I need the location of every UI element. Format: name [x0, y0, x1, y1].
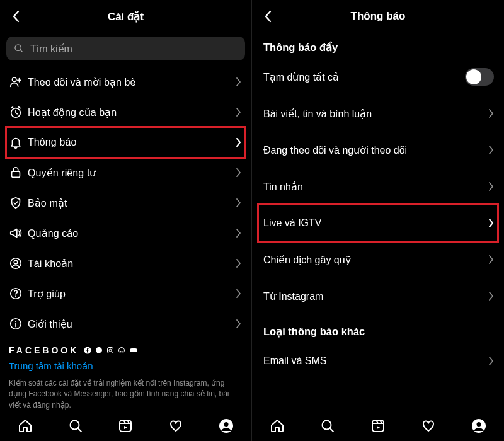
notif-row-following[interactable]: Đang theo dõi và người theo dõi [252, 132, 504, 168]
row-label: Theo dõi và mời bạn bè [28, 76, 236, 88]
settings-row-help[interactable]: Trợ giúp [0, 278, 251, 309]
help-icon [9, 287, 23, 301]
notif-row-posts[interactable]: Bài viết, tin và bình luận [252, 95, 504, 132]
notif-row-live-igtv[interactable]: Live và IGTV [252, 205, 504, 241]
chevron-right-icon [236, 319, 241, 328]
tab-home[interactable] [10, 411, 40, 441]
settings-row-ads[interactable]: Quảng cáo [0, 218, 251, 248]
tab-home[interactable] [262, 411, 292, 441]
section-other: Loại thông báo khác [252, 314, 504, 343]
row-label: Quyền riêng tư [28, 167, 236, 179]
tabbar [0, 410, 251, 441]
svg-point-23 [477, 422, 481, 427]
row-label: Bảo mật [28, 197, 236, 209]
settings-row-account[interactable]: Tài khoản [0, 248, 251, 278]
tab-reels[interactable] [110, 411, 140, 441]
profile-icon [471, 418, 486, 433]
svg-rect-11 [108, 348, 113, 353]
chevron-right-icon [236, 289, 241, 298]
settings-row-privacy[interactable]: Quyền riêng tư [0, 158, 251, 188]
brand-text: FACEBOOK [9, 345, 79, 355]
header: Cài đặt [0, 0, 251, 33]
svg-point-7 [15, 295, 16, 297]
notifications-pane: Thông báo Thông báo đẩy Tạm dừng tất cả … [252, 0, 504, 441]
notif-row-from-instagram[interactable]: Từ Instagram [252, 278, 504, 314]
info-icon [9, 317, 23, 331]
row-label: Chiến dịch gây quỹ [263, 254, 489, 266]
row-label: Giới thiệu [28, 318, 236, 330]
account-center-link[interactable]: Trung tâm tài khoản [0, 359, 251, 378]
chevron-right-icon [236, 229, 241, 238]
svg-rect-15 [130, 348, 138, 352]
megaphone-icon [9, 226, 23, 240]
row-label: Quảng cáo [28, 227, 236, 239]
page-title: Cài đặt [108, 10, 144, 23]
profile-icon [219, 418, 234, 433]
row-label: Tạm dừng tất cả [263, 71, 465, 83]
tab-profile[interactable] [211, 411, 241, 441]
instagram-icon [106, 346, 114, 354]
brand-icons [84, 346, 138, 354]
lock-icon [9, 166, 23, 180]
header: Thông báo [252, 0, 504, 33]
toggle-pause-all[interactable] [465, 68, 494, 86]
svg-point-1 [12, 77, 16, 82]
row-label: Trợ giúp [28, 288, 236, 300]
section-push: Thông báo đẩy [252, 33, 504, 59]
person-icon [9, 256, 23, 270]
home-icon [270, 418, 285, 433]
row-label: Thông báo [28, 137, 236, 148]
search-placeholder: Tìm kiếm [30, 43, 72, 55]
row-label: Hoạt động của bạn [28, 106, 236, 118]
notif-row-messages[interactable]: Tin nhắn [252, 168, 504, 205]
shield-icon [9, 196, 23, 210]
row-label: Tài khoản [28, 258, 236, 270]
messenger-icon [95, 346, 103, 354]
notif-row-pause-all[interactable]: Tạm dừng tất cả [252, 59, 504, 95]
row-label: Đang theo dõi và người theo dõi [263, 144, 489, 156]
tab-search[interactable] [60, 411, 91, 441]
svg-rect-21 [372, 420, 384, 432]
row-label: Tin nhắn [263, 181, 489, 193]
notif-row-fundraising[interactable]: Chiến dịch gây quỹ [252, 241, 504, 278]
tab-activity[interactable] [413, 411, 444, 441]
svg-point-12 [109, 349, 112, 352]
chevron-right-icon [236, 168, 241, 177]
clock-icon [9, 105, 23, 119]
row-label: Live và IGTV [263, 217, 489, 229]
back-button[interactable] [261, 9, 275, 23]
settings-pane: Cài đặt Tìm kiếm Theo dõi và mời bạn bè … [0, 0, 252, 441]
chevron-right-icon [489, 219, 494, 227]
search-input[interactable]: Tìm kiếm [6, 37, 245, 60]
settings-row-notifications[interactable]: Thông báo [0, 127, 251, 158]
heart-icon [421, 418, 436, 433]
notif-row-email-sms[interactable]: Email và SMS [252, 343, 504, 379]
row-label: Từ Instagram [263, 290, 489, 302]
chevron-right-icon [236, 198, 241, 207]
reels-icon [370, 418, 386, 433]
settings-row-security[interactable]: Bảo mật [0, 188, 251, 218]
back-button[interactable] [9, 9, 23, 23]
svg-point-13 [112, 348, 113, 349]
settings-list: Theo dõi và mời bạn bè Hoạt động của bạn… [0, 67, 251, 441]
tab-search[interactable] [312, 411, 343, 441]
settings-row-about[interactable]: Giới thiệu [0, 309, 251, 339]
chevron-right-icon [236, 138, 241, 147]
facebook-icon [84, 346, 91, 354]
tab-profile[interactable] [464, 411, 494, 441]
brand-row: FACEBOOK [0, 339, 251, 359]
reels-icon [118, 418, 133, 433]
page-title: Thông báo [351, 10, 406, 23]
tab-reels[interactable] [363, 411, 393, 441]
settings-row-activity[interactable]: Hoạt động của bạn [0, 97, 251, 127]
add-friend-icon [9, 75, 23, 89]
search-icon [14, 43, 24, 54]
tab-activity[interactable] [161, 411, 191, 441]
settings-row-follow-invite[interactable]: Theo dõi và mời bạn bè [0, 67, 251, 97]
chevron-right-icon [489, 255, 494, 264]
chevron-right-icon [236, 77, 241, 86]
row-label: Email và SMS [263, 355, 489, 367]
svg-point-5 [14, 260, 18, 264]
svg-point-14 [119, 348, 125, 353]
oculus-icon [129, 347, 138, 353]
